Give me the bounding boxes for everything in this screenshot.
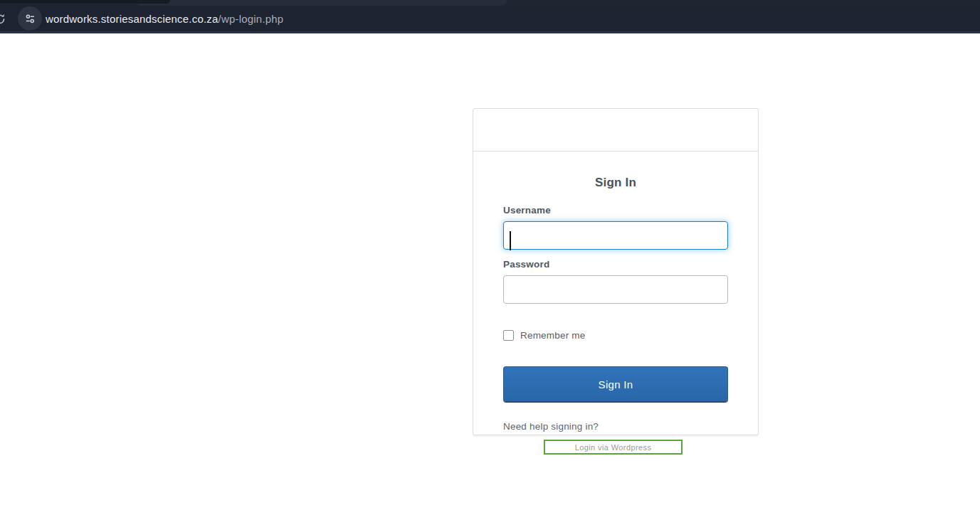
password-label: Password — [503, 259, 728, 270]
browser-chrome: wordworks.storiesandscience.co.za/wp-log… — [0, 0, 980, 33]
login-via-wordpress-button[interactable]: Login via Wordpress — [544, 440, 683, 455]
tab-strip — [0, 0, 980, 6]
sign-in-button[interactable]: Sign In — [503, 366, 728, 402]
reload-icon[interactable] — [0, 12, 7, 26]
card-logo-area — [473, 109, 758, 152]
inactive-tab[interactable] — [0, 0, 170, 4]
login-page: Sign In Username Password Remember me Si… — [0, 33, 980, 515]
signin-card: Sign In Username Password Remember me Si… — [473, 108, 759, 435]
username-label: Username — [503, 205, 728, 216]
active-tab[interactable] — [135, 0, 507, 6]
remember-me-row: Remember me — [503, 330, 728, 341]
address-toolbar: wordworks.storiesandscience.co.za/wp-log… — [0, 6, 980, 31]
remember-me-checkbox[interactable] — [503, 330, 514, 341]
url-domain: wordworks.storiesandscience.co.za — [46, 13, 218, 25]
remember-me-label: Remember me — [520, 330, 585, 341]
text-caret — [510, 231, 511, 250]
card-body: Sign In Username Password Remember me Si… — [473, 176, 758, 432]
address-bar[interactable]: wordworks.storiesandscience.co.za/wp-log… — [46, 6, 283, 31]
url-path: /wp-login.php — [218, 13, 284, 25]
username-input-wrap — [503, 221, 728, 250]
signin-title: Sign In — [503, 176, 728, 190]
site-settings-chip[interactable] — [18, 6, 42, 31]
tune-icon — [24, 13, 36, 25]
need-help-link[interactable]: Need help signing in? — [503, 421, 599, 432]
username-input[interactable] — [503, 221, 728, 250]
password-input[interactable] — [503, 275, 728, 304]
